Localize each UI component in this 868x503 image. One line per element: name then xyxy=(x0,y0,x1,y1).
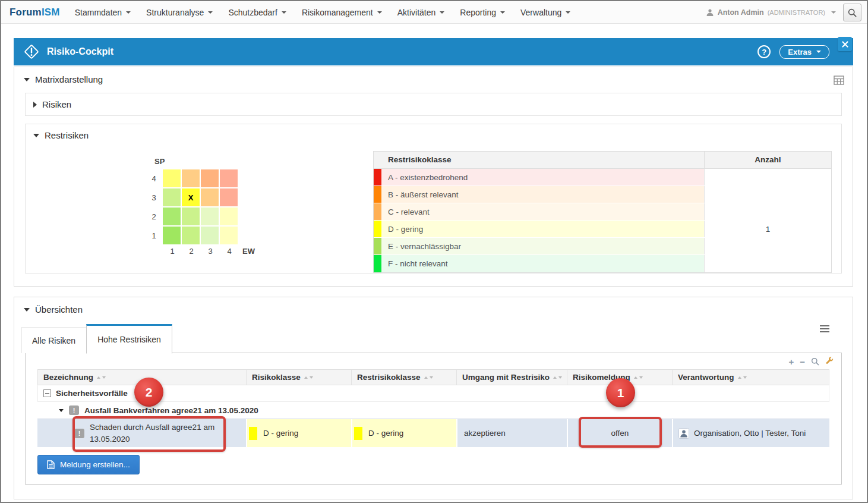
user-role: (ADMINISTRATOR) xyxy=(768,9,825,16)
matrix-cell xyxy=(201,208,219,225)
column-label: Risikomeldung xyxy=(573,373,630,382)
nav-label: Stammdaten xyxy=(75,8,122,17)
chevron-down-icon xyxy=(566,11,570,14)
page-title: Risiko-Cockpit xyxy=(47,46,113,57)
risk-title: Schaden durch Ausfall agree21 am 13.05.2… xyxy=(90,422,216,445)
user-icon xyxy=(706,8,714,17)
close-icon xyxy=(842,41,848,48)
nav-item-verwaltung[interactable]: Verwaltung xyxy=(513,4,578,21)
risk-color-bar xyxy=(374,186,381,203)
risk-matrix: SP 4 3 X 2 xyxy=(147,157,255,273)
extras-button[interactable]: Extras xyxy=(779,45,829,59)
expand-triangle-icon xyxy=(33,102,37,108)
column-header-restrisikoklasse[interactable]: Restrisikoklasse xyxy=(352,370,457,385)
wrench-icon[interactable] xyxy=(825,357,834,367)
nav-item-risikomanagement[interactable]: Risikomanagement xyxy=(294,4,390,21)
column-header-verantwortung[interactable]: Verantwortung xyxy=(673,370,829,385)
section-restrisiken[interactable]: Restrisiken xyxy=(26,124,841,146)
magnifier-icon[interactable] xyxy=(811,357,819,367)
risk-color-bar xyxy=(374,169,381,186)
risk-class-cell: F - nicht relevant xyxy=(374,255,704,272)
high-risk-table: Bezeichnung Risikoklasse Restrisikoklass… xyxy=(37,369,829,447)
table-row-schaden[interactable]: ! Schaden durch Ausfall agree21 am 13.05… xyxy=(37,419,829,447)
matrix-row-label: 2 xyxy=(147,212,160,221)
nav-item-aktivitaeten[interactable]: Aktivitäten xyxy=(390,4,453,21)
nav-label: Strukturanalyse xyxy=(146,8,204,17)
sort-icon xyxy=(738,376,747,379)
tab-alle-risiken[interactable]: Alle Risiken xyxy=(21,328,87,353)
column-label: Umgang mit Restrisiko xyxy=(462,373,550,382)
tab-hohe-restrisiken[interactable]: Hohe Restrisiken xyxy=(86,324,172,354)
matrix-cell xyxy=(220,169,238,187)
restrisiken-content: SP 4 3 X 2 xyxy=(26,146,841,273)
risk-color-swatch xyxy=(249,427,257,440)
matrix-cell xyxy=(220,188,238,206)
risk-class-count xyxy=(704,255,831,272)
risk-cockpit-icon xyxy=(23,43,40,60)
app-logo[interactable]: ForumISM xyxy=(10,7,60,18)
close-cockpit-button[interactable] xyxy=(838,37,852,51)
remove-row-icon[interactable]: − xyxy=(800,357,805,366)
create-report-button[interactable]: Meldung erstellen... xyxy=(37,455,140,474)
table-row: A - existenzbedrohend xyxy=(374,169,831,186)
umgang-value: akzeptieren xyxy=(464,429,506,438)
section-title: Matrixdarstellung xyxy=(35,74,103,84)
chevron-down-icon xyxy=(440,11,444,14)
nav-item-stammdaten[interactable]: Stammdaten xyxy=(67,4,138,21)
overview-tabs: Alle Risiken Hohe Restrisiken xyxy=(21,324,853,353)
chevron-down-icon xyxy=(816,51,821,53)
help-icon: ? xyxy=(762,48,766,56)
group-row-sicherheitsvorfaelle[interactable]: Sicherheitsvorfälle xyxy=(37,385,829,402)
column-header-restrisikoklasse: Restrisikoklasse xyxy=(374,152,704,168)
add-row-icon[interactable]: + xyxy=(788,357,794,366)
sort-icon xyxy=(634,376,643,379)
column-header-anzahl: Anzahl xyxy=(704,152,831,168)
chevron-down-icon xyxy=(126,11,131,14)
matrix-cell xyxy=(163,188,181,206)
cell-bezeichnung: ! Schaden durch Ausfall agree21 am 13.05… xyxy=(37,419,246,447)
matrix-col-label: 3 xyxy=(201,247,220,256)
sort-icon xyxy=(553,376,562,379)
risk-class-count xyxy=(704,169,831,186)
document-icon xyxy=(47,460,55,469)
brand-part-1: Forum xyxy=(10,7,42,18)
section-matrixdarstellung[interactable]: Matrixdarstellung xyxy=(14,67,853,89)
help-button[interactable]: ? xyxy=(757,45,771,58)
risikoklasse-value: D - gering xyxy=(263,429,298,438)
search-icon xyxy=(848,8,857,17)
section-uebersichten[interactable]: Übersichten xyxy=(14,297,853,319)
matrix-x-axis-label: EW xyxy=(242,247,255,256)
risk-class-count xyxy=(704,186,831,203)
matrix-row: 1 xyxy=(147,227,255,244)
nav-label: Schutzbedarf xyxy=(228,8,277,17)
column-header-risikoklasse[interactable]: Risikoklasse xyxy=(247,370,352,385)
chevron-down-icon xyxy=(208,11,213,14)
matrix-cell xyxy=(163,208,181,225)
user-menu[interactable]: Anton Admin (ADMINISTRATOR) xyxy=(706,1,836,24)
column-label: Restrisikoklasse xyxy=(357,373,421,382)
collapse-minus-icon[interactable] xyxy=(43,389,51,397)
risk-class-label: A - existenzbedrohend xyxy=(381,173,468,182)
column-header-bezeichnung[interactable]: Bezeichnung xyxy=(38,370,247,385)
nav-item-schutzbedarf[interactable]: Schutzbedarf xyxy=(220,4,294,21)
matrix-marker: X xyxy=(188,193,194,202)
matrix-col-label: 2 xyxy=(182,247,201,256)
search-button[interactable] xyxy=(843,4,861,21)
nav-item-strukturanalyse[interactable]: Strukturanalyse xyxy=(138,4,220,21)
top-navigation-bar: ForumISM Stammdaten Strukturanalyse Schu… xyxy=(1,1,867,24)
column-label: Bezeichnung xyxy=(43,373,93,382)
column-header-risikomeldung[interactable]: Risikomeldung xyxy=(567,370,673,385)
risk-class-cell: B - äußerst relevant xyxy=(374,186,704,203)
matrix-cell xyxy=(201,169,219,187)
risk-class-cell: E - vernachlässigbar xyxy=(374,238,704,254)
table-view-icon[interactable] xyxy=(834,76,844,87)
subgroup-row-ausfall-bankverfahren[interactable]: ! Ausfall Bankverfahren agree21 am 13.05… xyxy=(37,402,829,419)
matrix-row-label: 1 xyxy=(147,231,160,240)
collapse-triangle-icon xyxy=(33,134,39,137)
risk-class-cell: C - relevant xyxy=(374,203,704,220)
matrix-cell xyxy=(182,169,200,187)
nav-item-reporting[interactable]: Reporting xyxy=(452,4,513,21)
section-risiken[interactable]: Risiken xyxy=(26,93,841,115)
matrix-cell xyxy=(220,227,238,244)
column-header-umgang[interactable]: Umgang mit Restrisiko xyxy=(457,370,567,385)
